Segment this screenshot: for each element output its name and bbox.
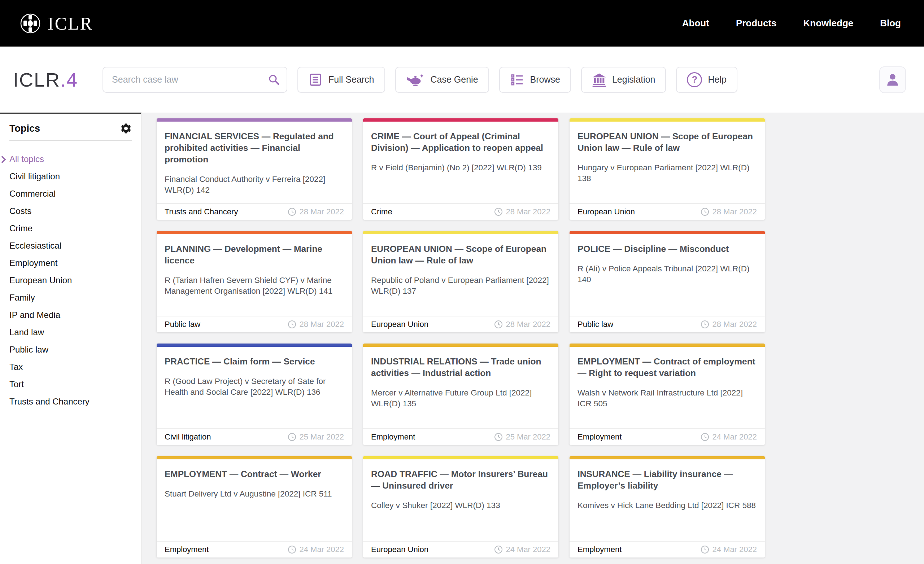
card-topic: European Union bbox=[578, 207, 635, 216]
card-topic: Employment bbox=[165, 545, 208, 554]
sidebar-item-tax[interactable]: Tax bbox=[9, 358, 132, 376]
card-citation: Hungary v European Parliament [2022] WLR… bbox=[578, 162, 757, 184]
card-accent-bar bbox=[363, 456, 558, 459]
topics-list: All topics Civil litigation Commercial C… bbox=[9, 150, 132, 410]
full-search-label: Full Search bbox=[328, 74, 374, 85]
sidebar-item-label: All topics bbox=[9, 154, 44, 164]
help-button[interactable]: ? Help bbox=[676, 67, 737, 93]
search-bar bbox=[102, 67, 287, 93]
browse-label: Browse bbox=[530, 74, 560, 85]
sidebar-title: Topics bbox=[9, 123, 40, 134]
clock-icon bbox=[494, 320, 503, 329]
clock-icon bbox=[288, 207, 296, 216]
card-topic: Public law bbox=[165, 320, 200, 329]
card-citation: Republic of Poland v European Parliament… bbox=[371, 275, 550, 297]
sidebar-item-ecclesiastical[interactable]: Ecclesiastical bbox=[9, 237, 132, 254]
case-card[interactable]: EUROPEAN UNION — Scope of European Union… bbox=[363, 231, 558, 332]
card-title: PRACTICE — Claim form — Service bbox=[165, 356, 344, 368]
clock-icon bbox=[288, 433, 296, 441]
card-title: PLANNING — Development — Marine licence bbox=[165, 243, 344, 266]
case-card[interactable]: INDUSTRIAL RELATIONS — Trade union activ… bbox=[363, 344, 558, 445]
clock-icon bbox=[288, 545, 296, 554]
card-accent-bar bbox=[570, 118, 765, 122]
iclr-brand[interactable]: ICLR bbox=[19, 12, 93, 35]
sidebar-item-ip-and-media[interactable]: IP and Media bbox=[9, 306, 132, 324]
clock-icon bbox=[288, 320, 296, 329]
card-citation: Stuart Delivery Ltd v Augustine [2022] I… bbox=[165, 489, 344, 500]
card-date: 28 Mar 2022 bbox=[506, 207, 550, 216]
card-citation: Walsh v Network Rail Infrastructure Ltd … bbox=[578, 387, 757, 410]
gear-icon[interactable] bbox=[120, 122, 132, 135]
card-topic: Civil litigation bbox=[165, 432, 211, 442]
card-topic: European Union bbox=[371, 320, 428, 329]
card-accent-bar bbox=[157, 118, 352, 122]
account-button[interactable] bbox=[879, 66, 906, 93]
legislation-button[interactable]: Legislation bbox=[581, 67, 666, 93]
card-citation: Colley v Shuker [2022] WLR(D) 133 bbox=[371, 500, 550, 511]
question-mark-icon: ? bbox=[687, 72, 702, 87]
sidebar-item-employment[interactable]: Employment bbox=[9, 254, 132, 272]
case-card[interactable]: EMPLOYMENT — Contract of employment — Ri… bbox=[570, 344, 765, 445]
clock-icon bbox=[700, 545, 709, 554]
card-citation: R (Tarian Hafren Severn Shield CYF) v Ma… bbox=[165, 275, 344, 297]
sidebar-item-crime[interactable]: Crime bbox=[9, 220, 132, 237]
top-nav-links: About Products Knowledge Blog bbox=[682, 18, 901, 29]
nav-item-blog[interactable]: Blog bbox=[880, 18, 901, 29]
sidebar-item-public-law[interactable]: Public law bbox=[9, 341, 132, 358]
chevron-right-icon bbox=[1, 156, 6, 166]
case-card[interactable]: INSURANCE — Liability insurance — Employ… bbox=[570, 456, 765, 558]
iclr4-logo[interactable]: ICLR.4 bbox=[13, 69, 78, 91]
logo-prefix: ICLR bbox=[13, 69, 60, 91]
case-card[interactable]: CRIME — Court of Appeal (Criminal Divisi… bbox=[363, 118, 558, 220]
bulleted-list-icon bbox=[510, 72, 525, 87]
search-icon[interactable] bbox=[268, 74, 280, 86]
clock-icon bbox=[700, 207, 709, 216]
card-accent-bar bbox=[570, 456, 765, 459]
case-card[interactable]: EUROPEAN UNION — Scope of European Union… bbox=[570, 118, 765, 220]
browse-button[interactable]: Browse bbox=[499, 67, 571, 93]
card-citation: R (Ali) v Police Appeals Tribunal [2022]… bbox=[578, 263, 757, 285]
card-citation: R v Field (Benjamin) (No 2) [2022] WLR(D… bbox=[371, 162, 550, 173]
card-accent-bar bbox=[363, 231, 558, 234]
sidebar-item-commercial[interactable]: Commercial bbox=[9, 185, 132, 202]
case-genie-label: Case Genie bbox=[430, 74, 478, 85]
search-input[interactable] bbox=[102, 67, 287, 93]
case-card[interactable]: PRACTICE — Claim form — Service R (Good … bbox=[157, 344, 352, 445]
sidebar-item-trusts-and-chancery[interactable]: Trusts and Chancery bbox=[9, 393, 132, 410]
content-layout: Topics All topics Civil litigation Comme… bbox=[0, 112, 924, 564]
card-date: 28 Mar 2022 bbox=[299, 320, 344, 329]
card-topic: Employment bbox=[578, 545, 621, 554]
sidebar-item-civil-litigation[interactable]: Civil litigation bbox=[9, 168, 132, 185]
genie-lamp-icon bbox=[406, 72, 425, 87]
brand-name: ICLR bbox=[48, 13, 93, 34]
sidebar-item-all-topics[interactable]: All topics bbox=[9, 150, 132, 168]
full-search-button[interactable]: Full Search bbox=[297, 67, 385, 93]
clock-icon bbox=[700, 320, 709, 329]
sidebar-item-land-law[interactable]: Land law bbox=[9, 324, 132, 341]
case-card[interactable]: FINANCIAL SERVICES — Regulated and prohi… bbox=[157, 118, 352, 220]
case-card[interactable]: PLANNING — Development — Marine licence … bbox=[157, 231, 352, 332]
nav-item-knowledge[interactable]: Knowledge bbox=[804, 18, 854, 29]
case-genie-button[interactable]: Case Genie bbox=[395, 67, 489, 93]
card-title: POLICE — Discipline — Misconduct bbox=[578, 243, 757, 255]
card-accent-bar bbox=[157, 344, 352, 347]
card-date: 25 Mar 2022 bbox=[299, 432, 344, 442]
card-date: 25 Mar 2022 bbox=[506, 432, 550, 442]
case-card-grid: FINANCIAL SERVICES — Regulated and prohi… bbox=[157, 118, 924, 558]
bank-icon bbox=[592, 72, 606, 87]
sidebar-item-tort[interactable]: Tort bbox=[9, 376, 132, 393]
case-card[interactable]: POLICE — Discipline — Misconduct R (Ali)… bbox=[570, 231, 765, 332]
app-header: ICLR.4 Full Search bbox=[0, 46, 924, 112]
sidebar-divider bbox=[9, 140, 132, 141]
sidebar-item-costs[interactable]: Costs bbox=[9, 202, 132, 220]
card-title: EMPLOYMENT — Contract of employment — Ri… bbox=[578, 356, 757, 379]
sidebar-item-family[interactable]: Family bbox=[9, 289, 132, 306]
nav-item-about[interactable]: About bbox=[682, 18, 709, 29]
nav-item-products[interactable]: Products bbox=[736, 18, 777, 29]
sidebar-item-european-union[interactable]: European Union bbox=[9, 272, 132, 289]
card-date: 28 Mar 2022 bbox=[712, 320, 757, 329]
card-date: 24 Mar 2022 bbox=[712, 432, 757, 442]
case-card[interactable]: EMPLOYMENT — Contract — Worker Stuart De… bbox=[157, 456, 352, 558]
card-citation: Komives v Hick Lane Bedding Ltd [2022] I… bbox=[578, 500, 757, 511]
case-card[interactable]: ROAD TRAFFIC — Motor Insurers’ Bureau — … bbox=[363, 456, 558, 558]
